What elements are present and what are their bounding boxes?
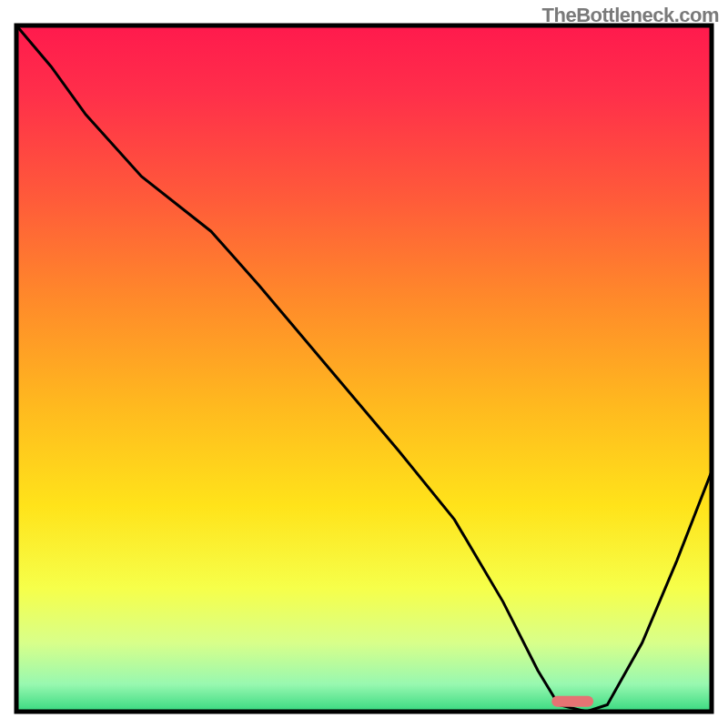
chart-svg <box>0 0 728 728</box>
plot-background <box>16 25 712 712</box>
bottleneck-chart: TheBottleneck.com <box>0 0 728 728</box>
optimal-marker <box>551 696 593 707</box>
watermark-text: TheBottleneck.com <box>542 4 719 27</box>
